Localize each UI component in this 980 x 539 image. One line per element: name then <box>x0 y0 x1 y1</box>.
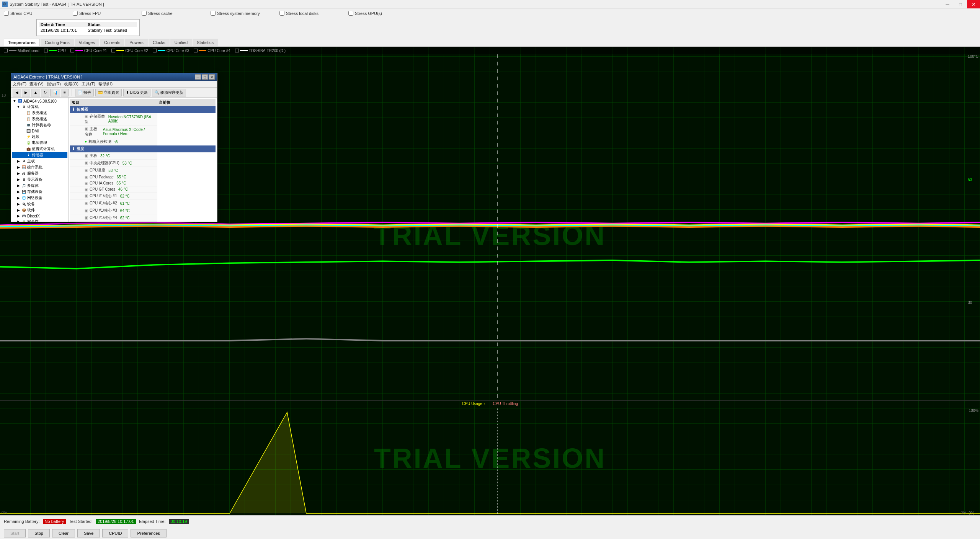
stress-local-disks-checkbox[interactable] <box>279 11 284 16</box>
tree-sensors[interactable]: 🌡 传感器 <box>12 152 67 158</box>
aida-menubar: 文件(F) 查看(V) 报告(R) 收藏(O) 工具(T) 帮助(H) <box>11 81 217 88</box>
tree-overclock[interactable]: ⚡ 超频 <box>12 134 67 140</box>
icon-board: ▣ <box>85 127 88 131</box>
menu-tools[interactable]: 工具(T) <box>82 81 95 87</box>
minimize-button[interactable]: ─ <box>941 0 954 8</box>
stop-button[interactable]: Stop <box>28 529 50 537</box>
stress-gpu-checkbox[interactable] <box>348 11 353 16</box>
tree-storage[interactable]: ▶ 💾 存储设备 <box>12 189 67 195</box>
aida-content: ▼ 🅰 AIDA64 v6.00.5100 ▼ 🖥 计算机 📋 系统概述 📋 系… <box>11 98 217 222</box>
legend-label-core3: CPU Core #3 <box>167 49 189 53</box>
tree-root[interactable]: ▼ 🅰 AIDA64 v6.00.5100 <box>12 98 67 104</box>
aida-maximize-btn[interactable]: □ <box>202 74 208 80</box>
tree-security[interactable]: ▶ 🔒 安全性 <box>12 219 67 222</box>
legend-checkbox-core1[interactable]: ✓ <box>70 49 74 52</box>
tab-powers[interactable]: Powers <box>125 39 148 46</box>
tree-computer[interactable]: ▼ 🖥 计算机 <box>12 104 67 110</box>
nav-up[interactable]: ▲ <box>31 89 40 96</box>
stress-cache-checkbox[interactable] <box>142 11 147 16</box>
stress-cpu-checkbox[interactable] <box>4 11 9 16</box>
button-bar: Start Stop Clear Save CPUID Preferences <box>0 527 980 539</box>
close-button[interactable]: ✕ <box>967 0 980 8</box>
toolbar-driver[interactable]: 🔍 驱动程序更新 <box>152 89 186 96</box>
menu-view[interactable]: 查看(V) <box>29 81 44 87</box>
legend-cpu[interactable]: ✓ CPU <box>44 49 66 53</box>
nav-refresh[interactable]: ↻ <box>41 89 49 96</box>
power-icon: 🔋 <box>26 140 31 145</box>
menu-report[interactable]: 报告(R) <box>47 81 61 87</box>
start-button[interactable]: Start <box>4 529 26 537</box>
tree-powermanage[interactable]: 🔋 电源管理 <box>12 140 67 146</box>
tree-network[interactable]: ▶ 🌐 网络设备 <box>12 195 67 201</box>
portable-icon: 💼 <box>26 147 31 151</box>
legend-checkbox-toshiba[interactable]: ✓ <box>235 49 239 52</box>
stress-gpu-label: Stress GPU(s) <box>355 11 382 16</box>
legend-checkbox-cpu[interactable]: ✓ <box>44 49 48 52</box>
elapsed-time-value: 00:10:19 <box>169 519 189 524</box>
legend-checkbox-motherboard[interactable]: ✓ <box>4 49 8 52</box>
toolbar-bios[interactable]: ⬇ BIOS 更新 <box>123 89 151 96</box>
legend-toshiba[interactable]: ✓ TOSHIBA-TR200 (D:) <box>235 49 286 53</box>
legend-core4[interactable]: ✓ CPU Core #4 <box>194 49 230 53</box>
aida-tree[interactable]: ▼ 🅰 AIDA64 v6.00.5100 ▼ 🖥 计算机 📋 系统概述 📋 系… <box>11 98 69 222</box>
icon-sensor: ▣ <box>85 114 88 118</box>
preferences-button[interactable]: Preferences <box>131 529 166 537</box>
detail-name-sensor-type: ▣存储器类型 <box>77 113 107 125</box>
save-button[interactable]: Save <box>77 529 100 537</box>
nav-graph[interactable]: 📊 <box>50 89 60 96</box>
tree-motherboard[interactable]: ▶ 🖥 主板 <box>12 158 67 164</box>
col-item: 项目 <box>70 99 157 106</box>
tree-display[interactable]: ▶ 🖥 显示设备 <box>12 176 67 183</box>
chart-top-left: 10 <box>2 93 6 98</box>
tab-voltages[interactable]: Voltages <box>75 39 99 46</box>
legend-motherboard[interactable]: ✓ Motherboard <box>4 49 39 53</box>
tree-sysoverview2[interactable]: 📋 系统概述 <box>12 116 67 122</box>
aida-minimize-btn[interactable]: ─ <box>195 74 201 80</box>
tree-server[interactable]: ▶ 🖧 服务器 <box>12 170 67 176</box>
tree-os[interactable]: ▶ 🪟 操作系统 <box>12 164 67 170</box>
stress-system-memory-checkbox[interactable] <box>211 11 216 16</box>
stress-fpu-checkbox[interactable] <box>73 11 78 16</box>
clear-button[interactable]: Clear <box>52 529 75 537</box>
toolbar-buy[interactable]: 💳 立即购买 <box>95 89 122 96</box>
tree-software[interactable]: ▶ 📦 软件 <box>12 207 67 213</box>
tab-currents[interactable]: Currents <box>100 39 124 46</box>
tree-computername[interactable]: 💻 计算机名称 <box>12 122 67 128</box>
stress-cpu-label: Stress CPU <box>10 11 32 16</box>
tab-cooling-fans[interactable]: Cooling Fans <box>41 39 74 46</box>
legend-checkbox-core2[interactable]: ✓ <box>111 49 115 52</box>
tab-statistics[interactable]: Statistics <box>193 39 218 46</box>
legend-core2[interactable]: ✓ CPU Core #2 <box>111 49 148 53</box>
section-sensors-label: 传感器 <box>77 107 88 111</box>
tree-dmi[interactable]: 🔲 DMI <box>12 128 67 134</box>
tab-clocks[interactable]: Clocks <box>149 39 170 46</box>
tab-temperatures[interactable]: Temperatures <box>4 39 40 46</box>
detail-val-core1: 62 °C <box>119 194 131 199</box>
legend-checkbox-core3[interactable]: ✓ <box>153 49 157 52</box>
menu-help[interactable]: 帮助(H) <box>98 81 113 87</box>
cpuid-button[interactable]: CPUID <box>102 529 128 537</box>
tree-sysoverview[interactable]: 📋 系统概述 <box>12 110 67 116</box>
menu-file[interactable]: 文件(F) <box>13 81 26 87</box>
legend-core3[interactable]: ✓ CPU Core #3 <box>153 49 189 53</box>
nav-forward[interactable]: ▶ <box>22 89 30 96</box>
tree-portable[interactable]: 💼 便携式计算机 <box>12 146 67 152</box>
stress-fpu-item: Stress FPU <box>73 11 134 16</box>
tree-device[interactable]: ▶ 🔌 设备 <box>12 201 67 207</box>
legend-core1[interactable]: ✓ CPU Core #1 <box>70 49 107 53</box>
nav-list[interactable]: ≡ <box>61 89 69 96</box>
tree-directx[interactable]: ▶ 🎮 DirectX <box>12 213 67 219</box>
tree-multimedia[interactable]: ▶ 🎵 多媒体 <box>12 183 67 189</box>
aida-close-btn[interactable]: ✕ <box>209 74 215 80</box>
toolbar-report[interactable]: 📄 报告 <box>75 89 94 96</box>
legend-color-core4 <box>199 50 206 51</box>
legend-checkbox-core4[interactable]: ✓ <box>194 49 198 52</box>
chart-bottom-percent: 0% <box>2 511 7 515</box>
detail-val-cpuia: 65 °C <box>115 181 127 186</box>
menu-favorites[interactable]: 收藏(O) <box>64 81 78 87</box>
tab-unified[interactable]: Unified <box>170 39 192 46</box>
detail-val-mb: 32 °C <box>99 154 111 158</box>
maximize-button[interactable]: □ <box>954 0 967 8</box>
legend-color-core3 <box>158 50 165 51</box>
nav-back[interactable]: ◀ <box>13 89 21 96</box>
